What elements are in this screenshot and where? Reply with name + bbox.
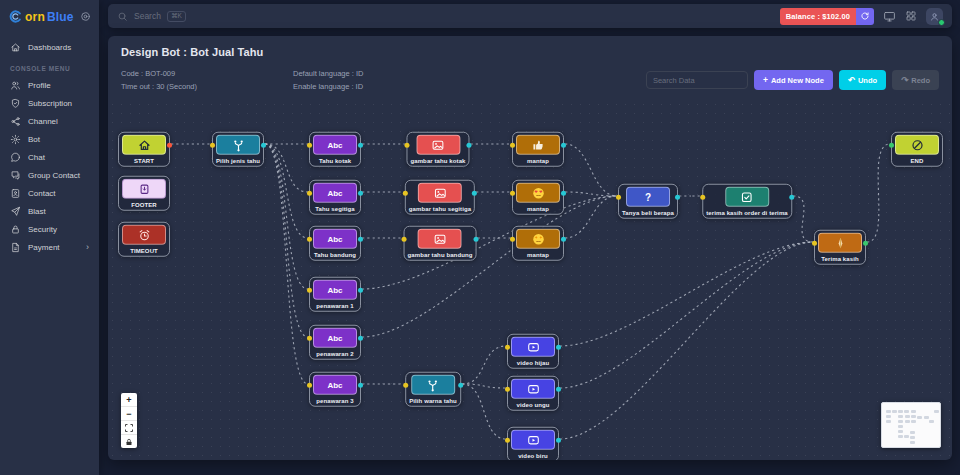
node-timeout[interactable]: TIMEOUT: [118, 222, 170, 257]
input-handle[interactable]: [510, 191, 515, 196]
sidebar-item-blast[interactable]: Blast: [0, 202, 99, 220]
input-handle[interactable]: [403, 383, 408, 388]
node-video-hijau[interactable]: video hijau: [507, 334, 559, 369]
output-handle[interactable]: [473, 237, 478, 242]
input-handle[interactable]: [307, 237, 312, 242]
output-handle[interactable]: [467, 143, 472, 148]
output-handle[interactable]: [358, 336, 363, 341]
zoom-out-button[interactable]: −: [121, 407, 137, 421]
input-handle[interactable]: [210, 143, 215, 148]
minimap-node: [929, 420, 934, 423]
sidebar-item-payment[interactable]: Payment›: [0, 238, 99, 256]
input-handle[interactable]: [505, 345, 510, 350]
output-handle[interactable]: [556, 438, 561, 443]
input-handle[interactable]: [307, 191, 312, 196]
node-gambar-bandung[interactable]: gambar tahu bandung: [404, 226, 477, 261]
node-gambar-kotak[interactable]: gambar tahu kotak: [406, 132, 469, 167]
output-handle[interactable]: [789, 195, 794, 200]
input-handle[interactable]: [404, 143, 409, 148]
node-tahu-segitiga[interactable]: AbcTahu segitiga: [309, 180, 361, 215]
node-gambar-segitiga[interactable]: gambar tahu segitiga: [405, 180, 475, 215]
node-tahu-kotak[interactable]: AbcTahu kotak: [309, 132, 361, 167]
input-handle[interactable]: [510, 143, 515, 148]
output-handle[interactable]: [358, 191, 363, 196]
fit-view-button[interactable]: [121, 421, 137, 435]
input-handle[interactable]: [307, 143, 312, 148]
input-handle[interactable]: [307, 383, 312, 388]
input-handle[interactable]: [812, 241, 817, 246]
node-mantap-3[interactable]: mantap: [512, 226, 564, 261]
node-penawaran-3[interactable]: Abcpenawaran 3: [309, 372, 361, 407]
output-handle[interactable]: [358, 288, 363, 293]
output-handle[interactable]: [675, 195, 680, 200]
input-handle[interactable]: [510, 237, 515, 242]
redo-button[interactable]: ↷Redo: [892, 70, 939, 90]
sidebar-item-contact[interactable]: Contact: [0, 184, 99, 202]
input-handle[interactable]: [403, 191, 408, 196]
node-start[interactable]: START: [118, 132, 170, 167]
menu-collapse-toggle[interactable]: [80, 11, 91, 22]
node-end[interactable]: END: [891, 132, 943, 167]
sidebar-item-chat[interactable]: Chat: [0, 148, 99, 166]
search-data-input[interactable]: [646, 71, 748, 89]
node-mantap-2[interactable]: mantap: [512, 180, 564, 215]
output-handle[interactable]: [358, 143, 363, 148]
node-label: penawaran 1: [316, 303, 353, 309]
node-penawaran-1[interactable]: Abcpenawaran 1: [309, 277, 361, 312]
sidebar-item-profile[interactable]: Profile: [0, 76, 99, 94]
output-handle[interactable]: [358, 383, 363, 388]
input-handle[interactable]: [889, 143, 894, 148]
node-penawaran-2[interactable]: Abcpenawaran 2: [309, 325, 361, 360]
sidebar-item-channel[interactable]: Channel: [0, 112, 99, 130]
brand-logo[interactable]: ornBlue: [0, 0, 99, 26]
node-tahu-bandung[interactable]: AbcTahu bandung: [309, 226, 361, 261]
output-handle[interactable]: [472, 191, 477, 196]
global-search[interactable]: Search ⌘K: [117, 11, 186, 22]
output-handle[interactable]: [458, 383, 463, 388]
node-pilih-jenis[interactable]: Pilih jenis tahu: [212, 132, 264, 167]
output-handle[interactable]: [561, 143, 566, 148]
output-handle[interactable]: [556, 387, 561, 392]
apps-grid-icon[interactable]: [905, 10, 917, 22]
output-handle[interactable]: [358, 237, 363, 242]
canvas-controls: + −: [121, 393, 137, 448]
output-handle[interactable]: [561, 237, 566, 242]
input-handle[interactable]: [700, 195, 705, 200]
node-video-ungu[interactable]: video ungu: [507, 376, 559, 411]
search-placeholder: Search: [134, 11, 161, 21]
sidebar-item-dashboards[interactable]: Dashboards: [0, 38, 99, 56]
refresh-balance-button[interactable]: [856, 8, 874, 25]
sidebar-item-bot[interactable]: Bot: [0, 130, 99, 148]
node-video-biru[interactable]: video biru: [507, 427, 559, 460]
output-handle[interactable]: [561, 191, 566, 196]
input-handle[interactable]: [505, 387, 510, 392]
node-mantap-1[interactable]: mantap: [512, 132, 564, 167]
input-handle[interactable]: [402, 237, 407, 242]
balance-badge: Balance : $102.00: [780, 8, 856, 25]
user-avatar[interactable]: [926, 8, 943, 25]
sidebar-item-group-contact[interactable]: Group Contact: [0, 166, 99, 184]
node-pilih-warna[interactable]: Pilih warna tahu: [405, 372, 461, 407]
input-handle[interactable]: [505, 438, 510, 443]
balance-widget[interactable]: Balance : $102.00: [780, 8, 874, 25]
undo-button[interactable]: ↶Undo: [839, 70, 886, 90]
input-handle[interactable]: [616, 195, 621, 200]
sidebar-item-security[interactable]: Security: [0, 220, 99, 238]
monitor-icon[interactable]: [883, 10, 896, 23]
zoom-in-button[interactable]: +: [121, 393, 137, 407]
sidebar-item-subscription[interactable]: Subscription: [0, 94, 99, 112]
node-footer[interactable]: FOOTER: [118, 176, 170, 211]
lock-button[interactable]: [121, 435, 137, 448]
flow-canvas[interactable]: STARTPilih jenis tahuAbcTahu kotakgambar…: [108, 100, 952, 460]
input-handle[interactable]: [307, 288, 312, 293]
output-handle[interactable]: [863, 241, 868, 246]
output-handle[interactable]: [261, 143, 266, 148]
input-handle[interactable]: [307, 336, 312, 341]
node-tanya-beli[interactable]: ?Tanya beli berapa: [618, 184, 678, 219]
output-handle[interactable]: [556, 345, 561, 350]
minimap[interactable]: [881, 402, 941, 448]
node-terima-order[interactable]: terima kasih order di terima: [702, 184, 792, 219]
add-new-node-button[interactable]: +Add New Node: [754, 70, 833, 90]
node-terima-kasih[interactable]: Terima kasih: [814, 230, 866, 265]
output-handle[interactable]: [167, 143, 172, 148]
